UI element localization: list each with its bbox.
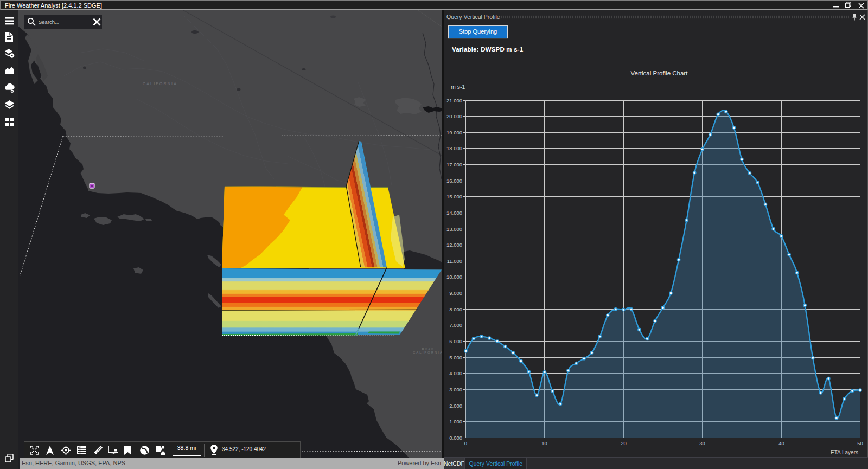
svg-text:30: 30 bbox=[699, 440, 705, 446]
svg-text:5.000: 5.000 bbox=[449, 355, 462, 361]
svg-text:6.000: 6.000 bbox=[449, 338, 462, 344]
svg-text:10.000: 10.000 bbox=[446, 274, 462, 280]
svg-text:0.000: 0.000 bbox=[449, 435, 462, 441]
svg-text:17.000: 17.000 bbox=[446, 162, 462, 168]
svg-text:15.000: 15.000 bbox=[446, 194, 462, 200]
svg-text:7.000: 7.000 bbox=[449, 322, 462, 328]
svg-text:11.000: 11.000 bbox=[447, 258, 462, 264]
svg-text:14.000: 14.000 bbox=[446, 210, 462, 216]
svg-text:16.000: 16.000 bbox=[446, 178, 462, 184]
svg-text:18.000: 18.000 bbox=[446, 145, 462, 151]
svg-text:19.000: 19.000 bbox=[446, 130, 462, 136]
svg-text:20: 20 bbox=[621, 440, 627, 446]
svg-text:12.000: 12.000 bbox=[446, 242, 462, 248]
svg-text:10: 10 bbox=[541, 440, 547, 446]
svg-text:0: 0 bbox=[464, 440, 467, 446]
svg-text:50: 50 bbox=[857, 440, 863, 446]
svg-text:8.000: 8.000 bbox=[449, 306, 462, 312]
svg-text:3.000: 3.000 bbox=[449, 387, 462, 393]
svg-text:40: 40 bbox=[778, 440, 784, 446]
svg-text:2.000: 2.000 bbox=[449, 403, 462, 409]
svg-text:13.000: 13.000 bbox=[446, 226, 462, 232]
svg-text:9.000: 9.000 bbox=[449, 290, 462, 296]
svg-text:1.000: 1.000 bbox=[449, 419, 462, 425]
svg-text:4.000: 4.000 bbox=[449, 370, 462, 376]
svg-text:21.000: 21.000 bbox=[446, 98, 462, 104]
svg-text:20.000: 20.000 bbox=[446, 113, 462, 119]
